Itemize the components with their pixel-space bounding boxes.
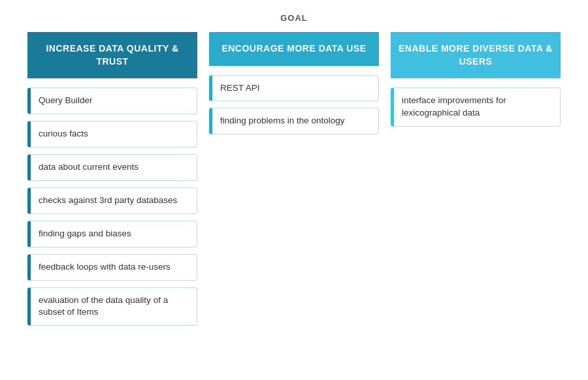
column-header-increase-quality: INCREASE DATA QUALITY & TRUST: [27, 32, 197, 78]
item-card-increase-quality-0: Query Builder: [27, 87, 197, 114]
item-card-increase-quality-1: curious facts: [27, 121, 197, 148]
column-increase-quality: INCREASE DATA QUALITY & TRUSTQuery Build…: [27, 32, 197, 332]
columns-container: INCREASE DATA QUALITY & TRUSTQuery Build…: [13, 32, 575, 332]
goal-label: GOAL: [13, 13, 575, 23]
item-card-increase-quality-3: checks against 3rd party databases: [27, 187, 197, 214]
column-header-encourage-use: ENCOURAGE MORE DATA USE: [209, 32, 379, 66]
item-card-increase-quality-2: data about current events: [27, 154, 197, 181]
column-encourage-use: ENCOURAGE MORE DATA USEREST APIfinding p…: [209, 32, 379, 141]
column-header-enable-diverse: ENABLE MORE DIVERSE DATA & USERS: [391, 32, 561, 78]
item-card-enable-diverse-0: interface improvements for lexicographic…: [391, 87, 561, 127]
item-card-increase-quality-6: evaluation of the data quality of a subs…: [27, 287, 197, 326]
column-enable-diverse: ENABLE MORE DIVERSE DATA & USERSinterfac…: [391, 32, 561, 133]
item-card-increase-quality-5: feedback loops with data re-users: [27, 254, 197, 281]
item-card-encourage-use-1: finding problems in the ontology: [209, 108, 379, 135]
item-card-increase-quality-4: finding gaps and biases: [27, 221, 197, 247]
item-card-encourage-use-0: REST API: [209, 75, 379, 102]
